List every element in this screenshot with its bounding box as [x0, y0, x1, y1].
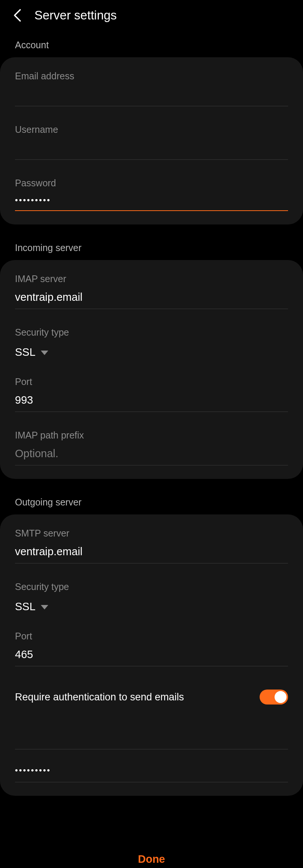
incoming-port-input[interactable]	[15, 392, 288, 412]
require-auth-toggle[interactable]	[260, 690, 288, 705]
smtp-server-input[interactable]	[15, 543, 288, 563]
toggle-knob	[275, 691, 287, 703]
password-label: Password	[15, 178, 288, 189]
outgoing-security-value: SSL	[15, 600, 36, 613]
username-label: Username	[15, 124, 288, 135]
incoming-card: IMAP server Security type SSL Port IMAP …	[0, 260, 303, 479]
chevron-down-icon	[41, 605, 48, 609]
outgoing-security-label: Security type	[15, 581, 288, 592]
incoming-security-label: Security type	[15, 327, 288, 338]
password-input[interactable]: •••••••••	[15, 193, 288, 211]
section-label-account: Account	[0, 34, 303, 57]
outgoing-port-input[interactable]	[15, 646, 288, 666]
account-card: Email address Username Password ••••••••…	[0, 57, 303, 224]
imap-prefix-input[interactable]	[15, 445, 288, 465]
smtp-server-label: SMTP server	[15, 528, 288, 539]
incoming-security-value: SSL	[15, 346, 36, 358]
require-auth-label: Require authentication to send emails	[15, 691, 184, 703]
outgoing-port-label: Port	[15, 631, 288, 642]
email-label: Email address	[15, 71, 288, 82]
incoming-security-select[interactable]: SSL	[15, 346, 288, 358]
outgoing-password-input[interactable]: •••••••••	[15, 749, 288, 782]
back-button[interactable]	[11, 9, 23, 21]
imap-server-label: IMAP server	[15, 273, 288, 284]
page-title: Server settings	[34, 8, 117, 22]
username-input[interactable]	[15, 140, 288, 160]
section-label-incoming: Incoming server	[0, 236, 303, 260]
outgoing-username-input[interactable]	[15, 716, 288, 749]
outgoing-security-select[interactable]: SSL	[15, 600, 288, 613]
imap-server-input[interactable]	[15, 289, 288, 309]
chevron-left-icon	[13, 9, 21, 22]
incoming-port-label: Port	[15, 376, 288, 387]
done-button[interactable]: Done	[138, 853, 165, 865]
section-label-outgoing: Outgoing server	[0, 491, 303, 514]
chevron-down-icon	[41, 351, 48, 355]
email-input[interactable]	[15, 86, 288, 106]
imap-prefix-label: IMAP path prefix	[15, 430, 288, 441]
outgoing-card: SMTP server Security type SSL Port Requi…	[0, 514, 303, 796]
